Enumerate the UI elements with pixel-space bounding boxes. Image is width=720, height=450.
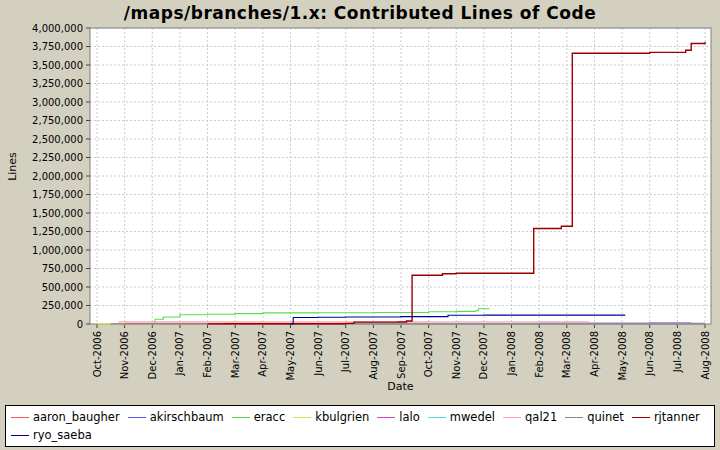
- x-axis-label: Date: [90, 380, 711, 393]
- legend-label: ryo_saeba: [33, 426, 92, 444]
- svg-text:500,000: 500,000: [42, 282, 83, 293]
- svg-text:1,000,000: 1,000,000: [32, 245, 83, 256]
- legend-color-swatch: [565, 417, 583, 418]
- legend-label: rjtanner: [654, 408, 700, 426]
- legend-label: aaron_baugher: [33, 408, 120, 426]
- x-tick-labels: Oct-2006Nov-2006Dec-2006Jan-2007Feb-2007…: [92, 331, 711, 381]
- legend-item-aaron_baugher: aaron_baugher: [11, 408, 120, 426]
- y-axis-label: Lines: [6, 143, 19, 191]
- legend-color-swatch: [428, 417, 446, 418]
- contributed-lines-chart: 0250,000500,000750,0001,000,0001,250,000…: [0, 0, 720, 402]
- svg-text:Jul-2008: Jul-2008: [672, 331, 683, 373]
- legend-color-swatch: [128, 417, 146, 418]
- svg-text:2,500,000: 2,500,000: [32, 134, 83, 145]
- legend-label: lalo: [399, 408, 419, 426]
- svg-text:3,500,000: 3,500,000: [32, 60, 83, 71]
- svg-text:Nov-2006: Nov-2006: [119, 331, 130, 379]
- legend-color-swatch: [232, 417, 250, 418]
- svg-text:3,000,000: 3,000,000: [32, 97, 83, 108]
- legend-label: qal21: [525, 408, 557, 426]
- svg-text:Dec-2007: Dec-2007: [478, 331, 489, 379]
- svg-text:Apr-2008: Apr-2008: [589, 331, 600, 377]
- svg-text:Dec-2006: Dec-2006: [147, 331, 158, 379]
- y-tick-labels: 0250,000500,000750,0001,000,0001,250,000…: [32, 23, 83, 330]
- legend-item-lalo: lalo: [377, 408, 419, 426]
- legend-label: akirschbaum: [150, 408, 224, 426]
- legend-item-ryo_saeba: ryo_saeba: [11, 426, 92, 444]
- legend-label: eracc: [254, 408, 286, 426]
- legend-item-rjtanner: rjtanner: [632, 408, 700, 426]
- svg-text:Oct-2006: Oct-2006: [92, 331, 103, 377]
- legend-item-qal21: qal21: [503, 408, 557, 426]
- legend: aaron_baugherakirschbaumeracckbulgrienla…: [5, 405, 715, 447]
- legend-item-quinet: quinet: [565, 408, 624, 426]
- svg-text:Aug-2008: Aug-2008: [700, 331, 711, 380]
- legend-color-swatch: [11, 417, 29, 418]
- legend-item-eracc: eracc: [232, 408, 286, 426]
- svg-text:Jun-2008: Jun-2008: [644, 331, 655, 377]
- legend-item-mwedel: mwedel: [428, 408, 495, 426]
- svg-text:May-2008: May-2008: [617, 331, 628, 381]
- legend-label: mwedel: [450, 408, 495, 426]
- svg-text:Sep-2007: Sep-2007: [396, 331, 407, 379]
- svg-text:Nov-2007: Nov-2007: [451, 331, 462, 379]
- svg-text:1,250,000: 1,250,000: [32, 226, 83, 237]
- svg-text:May-2007: May-2007: [285, 331, 296, 381]
- svg-text:3,750,000: 3,750,000: [32, 41, 83, 52]
- svg-text:2,250,000: 2,250,000: [32, 152, 83, 163]
- svg-text:0: 0: [77, 319, 83, 330]
- svg-text:Aug-2007: Aug-2007: [368, 331, 379, 380]
- svg-text:Apr-2007: Apr-2007: [257, 331, 268, 377]
- legend-color-swatch: [293, 417, 311, 418]
- legend-label: quinet: [587, 408, 624, 426]
- svg-text:750,000: 750,000: [42, 263, 83, 274]
- svg-text:Mar-2007: Mar-2007: [230, 331, 241, 378]
- svg-text:Jul-2007: Jul-2007: [340, 331, 351, 373]
- legend-item-kbulgrien: kbulgrien: [293, 408, 369, 426]
- svg-text:Oct-2007: Oct-2007: [423, 331, 434, 377]
- legend-color-swatch: [632, 417, 650, 418]
- svg-text:1,500,000: 1,500,000: [32, 208, 83, 219]
- legend-item-akirschbaum: akirschbaum: [128, 408, 224, 426]
- svg-text:Jan-2007: Jan-2007: [174, 331, 185, 376]
- svg-text:Feb-2007: Feb-2007: [202, 331, 213, 378]
- svg-text:3,250,000: 3,250,000: [32, 78, 83, 89]
- chart-window: /maps/branches/1.x: Contributed Lines of…: [0, 0, 720, 450]
- legend-color-swatch: [503, 417, 521, 418]
- svg-text:2,000,000: 2,000,000: [32, 171, 83, 182]
- svg-text:Feb-2008: Feb-2008: [534, 331, 545, 378]
- legend-color-swatch: [11, 435, 29, 436]
- svg-text:2,750,000: 2,750,000: [32, 115, 83, 126]
- legend-label: kbulgrien: [315, 408, 369, 426]
- svg-text:250,000: 250,000: [42, 300, 83, 311]
- svg-text:Jun-2007: Jun-2007: [313, 331, 324, 377]
- svg-text:Jan-2008: Jan-2008: [506, 331, 517, 376]
- svg-text:Mar-2008: Mar-2008: [561, 331, 572, 378]
- legend-color-swatch: [377, 417, 395, 418]
- svg-text:4,000,000: 4,000,000: [32, 23, 83, 34]
- svg-text:1,750,000: 1,750,000: [32, 189, 83, 200]
